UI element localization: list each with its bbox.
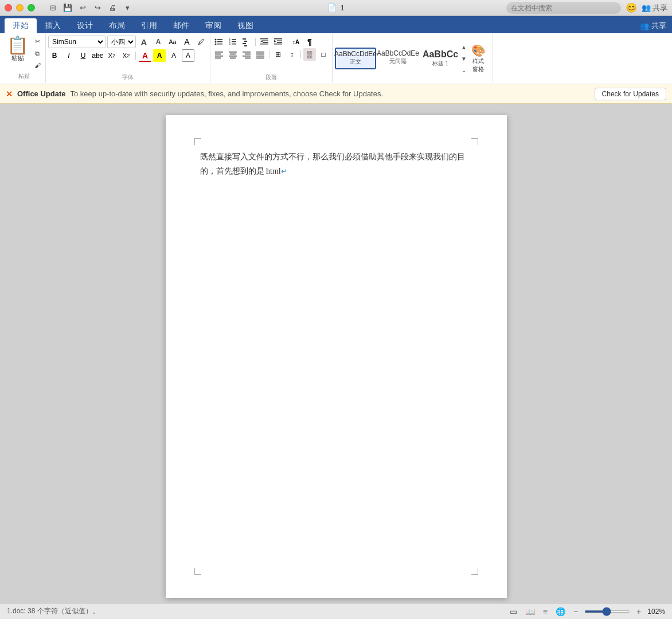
view-web-button[interactable]: 🌐 — [554, 607, 567, 616]
bold-button[interactable]: B — [48, 49, 61, 62]
change-case-button[interactable]: Aa — [166, 36, 179, 48]
save-icon[interactable]: 💾 — [61, 3, 74, 13]
cut-button[interactable]: ✂ — [32, 36, 43, 47]
tab-home[interactable]: 开始 — [5, 18, 37, 33]
svg-rect-36 — [243, 56, 251, 57]
redo-icon[interactable]: ↪ — [91, 3, 104, 13]
user-icon[interactable]: 😊 — [626, 2, 637, 13]
tab-insert[interactable]: 插入 — [37, 18, 69, 33]
svg-rect-5 — [217, 44, 222, 45]
customize-toolbar-icon[interactable]: ▾ — [121, 3, 134, 13]
align-center-button[interactable] — [226, 48, 239, 61]
view-reading-button[interactable]: 📖 — [523, 607, 537, 616]
styles-scroll-down-button[interactable]: ▼ — [461, 53, 467, 64]
underline-button[interactable]: U — [77, 49, 89, 62]
svg-marker-22 — [274, 40, 276, 42]
decrease-indent-button[interactable] — [258, 36, 271, 48]
share-tab-label[interactable]: 共享 — [651, 21, 666, 31]
highlight-button[interactable]: A — [153, 49, 166, 62]
clipboard-small-buttons: ✂ ⧉ 🖌 — [32, 36, 43, 71]
sidebar-toggle-icon[interactable]: ⊟ — [46, 3, 59, 13]
styles-scroll-up-button[interactable]: ▲ — [461, 42, 467, 52]
svg-rect-12 — [243, 38, 246, 40]
shading-button[interactable]: ▒ — [303, 48, 316, 61]
view-outline-button[interactable]: ≡ — [541, 607, 549, 616]
close-button[interactable] — [5, 4, 12, 11]
line-spacing-button[interactable]: ↕ — [286, 48, 298, 61]
styles-pane-button[interactable]: 🎨 样式窗格 — [467, 41, 490, 76]
copy-button[interactable]: ⧉ — [32, 48, 43, 59]
title-bar-center: 📄 1 — [327, 3, 344, 12]
zoom-level: 102% — [647, 608, 665, 616]
char-shading-button[interactable]: A — [167, 49, 180, 62]
toolbar-icons: ⊟ 💾 ↩ ↪ 🖨 ▾ — [46, 3, 134, 13]
search-input[interactable] — [506, 2, 621, 14]
tab-references[interactable]: 引用 — [133, 18, 165, 33]
tab-design[interactable]: 设计 — [69, 18, 101, 33]
svg-rect-34 — [243, 52, 251, 53]
svg-rect-25 — [277, 42, 282, 44]
svg-rect-3 — [217, 41, 222, 42]
font-color-button[interactable]: A — [139, 49, 151, 62]
document-content[interactable]: 既然直接写入文件的方式不行，那么我们必须借助其他手段来实现我们的目 的，首先想到… — [200, 150, 472, 178]
tab-view[interactable]: 视图 — [229, 18, 261, 33]
grow-font-button[interactable]: A — [138, 36, 150, 48]
doc-title: 1 — [340, 3, 344, 12]
bullets-button[interactable] — [213, 36, 225, 48]
style-normal[interactable]: AaBbCcDdEe 正文 — [335, 48, 376, 69]
svg-rect-31 — [230, 54, 236, 55]
style-heading1[interactable]: AaBbCc 标题 1 — [420, 48, 461, 69]
svg-rect-13 — [244, 41, 247, 42]
numbering-button[interactable]: 1.2.3. — [226, 36, 239, 48]
clipboard-section: 📋 粘贴 ✂ ⧉ 🖌 粘贴 — [2, 34, 46, 83]
share-button[interactable]: 👥 共享 — [642, 3, 667, 13]
view-normal-button[interactable]: ▭ — [508, 607, 519, 616]
show-marks-button[interactable]: ¶ — [303, 36, 316, 48]
check-updates-button[interactable]: Check for Updates — [595, 88, 666, 100]
undo-icon[interactable]: ↩ — [76, 3, 89, 13]
para-divider4 — [300, 50, 301, 58]
styles-expand-button[interactable]: ⌄ — [461, 65, 467, 75]
char-border-button[interactable]: A — [182, 49, 194, 62]
font-size-select[interactable]: 小四 — [107, 36, 136, 48]
clipboard-label: 粘贴 — [18, 71, 30, 81]
columns-button[interactable]: ⊞ — [272, 48, 284, 61]
styles-grid: AaBbCcDdEe 正文 AaBbCcDdEe 无间隔 AaBbCc 标题 1 — [335, 48, 461, 69]
svg-rect-41 — [256, 58, 264, 59]
align-left-button[interactable] — [213, 48, 225, 61]
shrink-font-button[interactable]: A — [152, 36, 165, 48]
superscript-button[interactable]: X2 — [120, 49, 132, 62]
border-button[interactable]: □ — [317, 48, 330, 61]
document-page[interactable]: 既然直接写入文件的方式不行，那么我们必须借助其他手段来实现我们的目 的，首先想到… — [166, 115, 507, 598]
tab-mailings[interactable]: 邮件 — [165, 18, 197, 33]
increase-indent-button[interactable] — [272, 36, 284, 48]
paste-button[interactable]: 📋 粘贴 — [5, 36, 30, 64]
tab-review[interactable]: 审阅 — [197, 18, 229, 33]
sort-button[interactable]: ↕A — [290, 36, 302, 48]
strikethrough-button[interactable]: abc — [91, 49, 104, 62]
svg-rect-9 — [232, 41, 236, 42]
share-label: 共享 — [653, 3, 667, 13]
svg-point-4 — [215, 44, 217, 45]
align-right-button[interactable] — [240, 48, 253, 61]
svg-rect-27 — [215, 54, 221, 55]
font-divider — [135, 52, 136, 60]
multilevel-button[interactable] — [240, 36, 253, 48]
print-icon[interactable]: 🖨 — [106, 3, 119, 13]
style-nospace[interactable]: AaBbCcDdEe 无间隔 — [377, 48, 419, 69]
subscript-button[interactable]: X2 — [106, 49, 118, 62]
zoom-slider[interactable] — [584, 610, 630, 613]
format-paint-button[interactable]: 🖌 — [32, 60, 43, 71]
justify-button[interactable] — [254, 48, 267, 61]
italic-button[interactable]: I — [62, 49, 75, 62]
zoom-in-button[interactable]: + — [635, 607, 643, 616]
zoom-out-button[interactable]: − — [572, 607, 580, 616]
font-name-select[interactable]: SimSun — [48, 36, 106, 48]
font-color-clear-button[interactable]: 🖊 — [195, 36, 208, 48]
maximize-button[interactable] — [28, 4, 35, 11]
clear-format-button[interactable]: A — [181, 36, 193, 48]
tab-layout[interactable]: 布局 — [101, 18, 133, 33]
corner-mark-br — [471, 568, 478, 575]
corner-mark-tl — [194, 138, 201, 145]
minimize-button[interactable] — [16, 4, 24, 11]
